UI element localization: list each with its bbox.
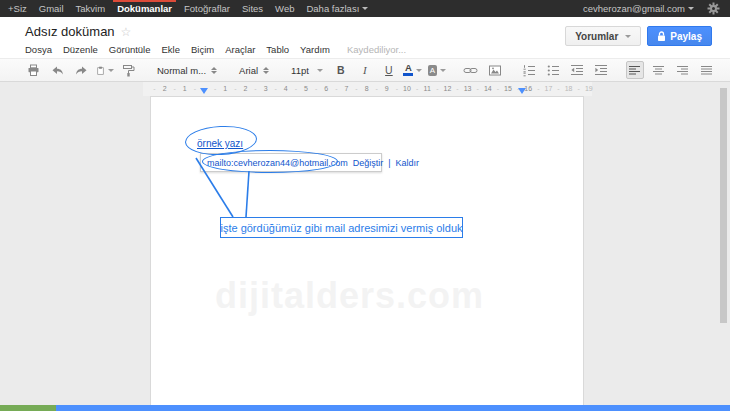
right-indent-marker[interactable] bbox=[518, 88, 526, 94]
nav-more-menu[interactable]: Daha fazlası bbox=[306, 0, 368, 17]
link-edit-bubble: mailto:cevherozan44@hotmail.com Değiştir… bbox=[200, 153, 382, 172]
paragraph-style-dropdown[interactable]: Normal m... bbox=[154, 61, 220, 79]
active-tab-indicator bbox=[113, 0, 176, 2]
google-docs-window: +Siz Gmail Takvim Dokümanlar Fotoğraflar… bbox=[0, 0, 730, 411]
align-left-icon[interactable] bbox=[626, 61, 644, 79]
updown-icon bbox=[211, 67, 217, 74]
menu-bicim[interactable]: Biçim bbox=[191, 44, 214, 55]
nav-dokumanlar[interactable]: Dokümanlar bbox=[117, 0, 172, 17]
menu-goruntule[interactable]: Görüntüle bbox=[109, 44, 151, 55]
font-size-dropdown[interactable]: 11pt bbox=[288, 61, 326, 79]
indent-icon[interactable] bbox=[592, 61, 610, 79]
text-color-button[interactable]: A bbox=[404, 61, 422, 79]
numbered-list-icon[interactable] bbox=[520, 61, 538, 79]
paint-format-icon[interactable] bbox=[120, 61, 138, 79]
document-title[interactable]: Adsız doküman bbox=[25, 24, 115, 39]
annotation-callout-box: işte gördüğümüz gibi mail adresimizi ver… bbox=[220, 217, 463, 238]
ruler-number: 6 bbox=[324, 84, 328, 93]
ruler-dash: - bbox=[295, 84, 297, 93]
chevron-down-icon bbox=[688, 7, 694, 10]
insert-image-icon[interactable] bbox=[486, 61, 504, 79]
ruler-number: 1 bbox=[223, 84, 227, 93]
ruler-dash: - bbox=[275, 84, 277, 93]
bubble-change-link[interactable]: Değiştir bbox=[353, 158, 384, 168]
ruler-number: 10 bbox=[403, 84, 411, 93]
header-buttons: Yorumlar Paylaş bbox=[565, 26, 712, 46]
menu-duzenle[interactable]: Düzenle bbox=[63, 44, 98, 55]
menu-araclar[interactable]: Araçlar bbox=[225, 44, 255, 55]
chevron-down-icon bbox=[416, 69, 422, 72]
ruler-dash: - bbox=[436, 84, 438, 93]
menu-ekle[interactable]: Ekle bbox=[162, 44, 180, 55]
lock-icon bbox=[657, 31, 666, 42]
nav-takvim[interactable]: Takvim bbox=[76, 0, 106, 17]
highlight-color-button[interactable]: A bbox=[428, 61, 446, 79]
share-button[interactable]: Paylaş bbox=[647, 26, 712, 46]
comments-button[interactable]: Yorumlar bbox=[565, 26, 641, 46]
ruler-dash: - bbox=[214, 84, 216, 93]
ruler-dash: - bbox=[174, 84, 176, 93]
ruler-dash: - bbox=[335, 84, 337, 93]
chevron-down-icon bbox=[625, 35, 631, 38]
underline-button[interactable]: U bbox=[380, 61, 398, 79]
google-black-bar: +Siz Gmail Takvim Dokümanlar Fotoğraflar… bbox=[0, 0, 730, 17]
chevron-down-icon bbox=[362, 7, 368, 10]
bullet-list-icon[interactable] bbox=[544, 61, 562, 79]
ruler-number: 13 bbox=[464, 84, 472, 93]
ruler-dash: - bbox=[254, 84, 256, 93]
menubar: Dosya Düzenle Görüntüle Ekle Biçim Araçl… bbox=[25, 44, 406, 55]
bold-button[interactable]: B bbox=[332, 61, 350, 79]
print-icon[interactable] bbox=[24, 61, 42, 79]
ruler-number: 2 bbox=[243, 84, 247, 93]
paragraph-style-value: Normal m... bbox=[157, 65, 206, 76]
menu-tablo[interactable]: Tablo bbox=[266, 44, 289, 55]
insert-link-icon[interactable] bbox=[462, 61, 480, 79]
font-family-dropdown[interactable]: Arial bbox=[236, 61, 272, 79]
nav-gmail[interactable]: Gmail bbox=[39, 0, 64, 17]
bottom-bar bbox=[0, 405, 730, 411]
bubble-divider: | bbox=[388, 158, 390, 168]
document-hyperlink[interactable]: örnek yazı bbox=[197, 138, 243, 149]
redo-icon[interactable] bbox=[72, 61, 90, 79]
align-right-icon[interactable] bbox=[674, 61, 692, 79]
menu-dosya[interactable]: Dosya bbox=[25, 44, 52, 55]
ruler-number: 3 bbox=[264, 84, 268, 93]
ruler-number: 14 bbox=[484, 84, 492, 93]
ruler-dash: - bbox=[315, 84, 317, 93]
ruler-dash: - bbox=[234, 84, 236, 93]
ruler-number: 1 bbox=[183, 84, 187, 93]
chevron-down-icon bbox=[108, 69, 114, 72]
bottom-bar-blue-segment bbox=[56, 405, 730, 411]
align-center-icon[interactable] bbox=[650, 61, 668, 79]
nav-web[interactable]: Web bbox=[275, 0, 294, 17]
account-area: cevherozan@gmail.com bbox=[583, 0, 730, 17]
bubble-url-link[interactable]: mailto:cevherozan44@hotmail.com bbox=[207, 158, 348, 168]
nav-fotograflar[interactable]: Fotoğraflar bbox=[184, 0, 230, 17]
star-icon[interactable]: ☆ bbox=[121, 25, 132, 39]
ruler-dash: - bbox=[194, 84, 196, 93]
web-clipboard-icon[interactable] bbox=[96, 61, 114, 79]
italic-button[interactable]: I bbox=[356, 61, 374, 79]
left-indent-marker[interactable] bbox=[200, 88, 208, 94]
ruler-dash: - bbox=[416, 84, 418, 93]
ruler-number: 11 bbox=[424, 84, 431, 93]
vertical-scrollbar[interactable] bbox=[720, 88, 727, 323]
document-header: Adsız doküman ☆ Dosya Düzenle Görüntüle … bbox=[0, 17, 730, 58]
ruler-dash: - bbox=[537, 84, 539, 93]
save-status: Kaydediliyor... bbox=[347, 44, 406, 55]
undo-icon[interactable] bbox=[48, 61, 66, 79]
nav-sites[interactable]: Sites bbox=[242, 0, 263, 17]
ruler-number: 15 bbox=[504, 84, 512, 93]
ruler-number: 18 bbox=[565, 84, 573, 93]
justify-icon[interactable] bbox=[698, 61, 716, 79]
outdent-icon[interactable] bbox=[568, 61, 586, 79]
ruler-number: 5 bbox=[304, 84, 308, 93]
nav-plus-siz[interactable]: +Siz bbox=[8, 0, 27, 17]
gear-icon[interactable] bbox=[704, 0, 722, 18]
bubble-remove-link[interactable]: Kaldır bbox=[396, 158, 420, 168]
account-menu[interactable]: cevherozan@gmail.com bbox=[583, 0, 694, 17]
ruler-number: 17 bbox=[544, 84, 552, 93]
menu-yardim[interactable]: Yardım bbox=[300, 44, 330, 55]
ruler-dash: - bbox=[497, 84, 499, 93]
ruler-dash: - bbox=[557, 84, 559, 93]
